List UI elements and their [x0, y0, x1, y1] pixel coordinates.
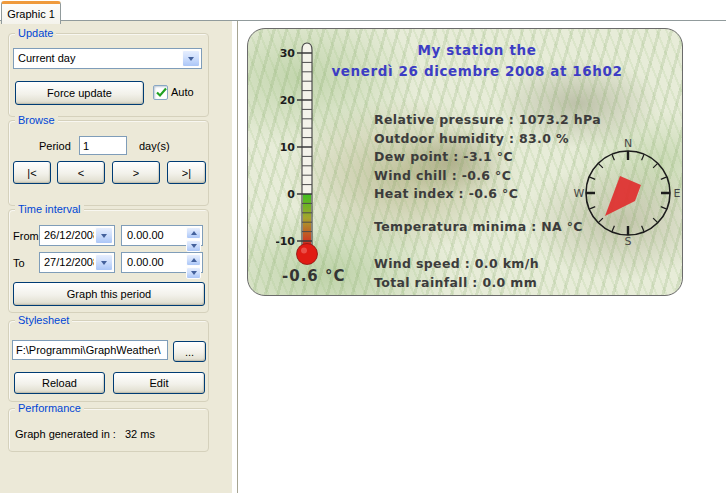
reading-wind-chill: Wind chill : -0.6 °C — [374, 167, 601, 186]
reading-humidity: Outdoor humidity : 83.0 % — [374, 130, 601, 149]
update-mode-select[interactable]: Current day — [13, 48, 202, 69]
nav-last-button[interactable]: >| — [167, 161, 206, 184]
thermometer-gauge: 30 20 10 0 -10 — [276, 37, 352, 289]
auto-checkbox-label[interactable]: Auto — [171, 86, 194, 98]
period-unit-label: day(s) — [139, 140, 170, 152]
compass-needle — [605, 176, 641, 216]
from-label: From — [13, 230, 39, 242]
period-label: Period — [39, 140, 71, 152]
chevron-down-icon[interactable] — [95, 227, 113, 244]
to-time-value: 0.00.00 — [122, 253, 185, 272]
to-time-spinner[interactable]: 0.00.00 — [121, 252, 203, 273]
compass-east-label: E — [674, 187, 681, 200]
compass-north-label: N — [624, 137, 632, 150]
reading-pressure: Relative pressure : 1073.2 hPa — [374, 111, 601, 130]
nav-first-button[interactable]: |< — [13, 161, 51, 184]
period-input[interactable] — [79, 136, 127, 155]
skip-to-end-icon: >| — [182, 167, 191, 179]
spin-up-icon[interactable] — [186, 254, 201, 266]
browse-stylesheet-button[interactable]: ... — [173, 341, 206, 362]
update-group-title: Update — [15, 27, 56, 40]
thermo-tick-minus10: -10 — [276, 235, 295, 248]
compass-west-label: W — [574, 187, 585, 200]
to-label: To — [13, 257, 25, 269]
from-time-value: 0.00.00 — [122, 226, 185, 245]
performance-group-title: Performance — [15, 402, 84, 415]
thermo-tick-0: 0 — [287, 188, 295, 201]
nav-prev-button[interactable]: < — [57, 161, 105, 184]
arrow-right-icon: > — [133, 167, 139, 179]
chevron-down-icon[interactable] — [95, 254, 113, 271]
ellipsis-icon: ... — [185, 346, 194, 358]
compass-south-label: S — [625, 235, 632, 248]
time-interval-group-title: Time interval — [15, 203, 84, 216]
temperature-value: -0.6 °C — [282, 267, 346, 285]
update-group: Update Current day Force update Auto — [8, 33, 209, 117]
update-mode-value: Current day — [14, 49, 181, 68]
tab-bar: Graphic 1 — [0, 0, 726, 21]
performance-group: Performance Graph generated in : 32 ms — [8, 408, 209, 452]
tab-graphic-1[interactable]: Graphic 1 — [1, 1, 61, 24]
from-date-select[interactable]: 26/12/2008 — [39, 225, 115, 246]
control-panel: Update Current day Force update Auto Bro… — [0, 21, 232, 493]
thermo-tick-30: 30 — [280, 47, 296, 60]
readings-bottom-block: Wind speed : 0.0 km/h Total rainfall : 0… — [374, 255, 539, 292]
to-date-select[interactable]: 27/12/2008 — [39, 252, 115, 273]
from-time-spinner[interactable]: 0.00.00 — [121, 225, 203, 246]
reading-heat-index: Heat index : -0.6 °C — [374, 185, 601, 204]
readings-block: Relative pressure : 1073.2 hPa Outdoor h… — [374, 111, 601, 204]
performance-text: Graph generated in : — [15, 428, 116, 440]
tab-label: Graphic 1 — [7, 8, 55, 20]
thermometer-bulb — [297, 244, 318, 265]
from-date-value: 26/12/2008 — [40, 226, 94, 245]
wind-compass: N E S W — [568, 133, 683, 253]
graph-period-button[interactable]: Graph this period — [13, 282, 205, 306]
auto-checkbox[interactable] — [153, 85, 168, 100]
stylesheet-group: Stylesheet ... Reload Edit — [8, 320, 209, 402]
graph-area: My station the venerdì 26 dicembre 2008 … — [239, 21, 726, 493]
spin-down-icon[interactable] — [186, 240, 201, 252]
reading-wind-speed: Wind speed : 0.0 km/h — [374, 255, 539, 274]
panel-splitter[interactable] — [232, 21, 239, 493]
reading-temp-min: Temperatura minima : NA °C — [374, 218, 583, 237]
arrow-left-icon: < — [78, 167, 84, 179]
spin-up-icon[interactable] — [186, 227, 201, 239]
time-interval-group: Time interval From 26/12/2008 0.00.00 To… — [8, 209, 209, 313]
force-update-button[interactable]: Force update — [15, 81, 144, 105]
performance-value: 32 ms — [125, 428, 155, 440]
edit-button[interactable]: Edit — [113, 372, 205, 394]
stylesheet-group-title: Stylesheet — [15, 314, 72, 327]
browse-group: Browse Period day(s) |< < > >| — [8, 120, 209, 206]
weather-card: My station the venerdì 26 dicembre 2008 … — [247, 28, 683, 296]
skip-to-start-icon: |< — [27, 167, 36, 179]
check-icon — [154, 85, 169, 100]
reading-dew-point: Dew point : -3.1 °C — [374, 148, 601, 167]
chevron-down-icon[interactable] — [182, 50, 200, 67]
browse-group-title: Browse — [15, 114, 58, 127]
thermo-tick-10: 10 — [280, 141, 296, 154]
stylesheet-path-input[interactable] — [12, 340, 168, 360]
spin-down-icon[interactable] — [186, 267, 201, 279]
thermo-tick-20: 20 — [280, 94, 296, 107]
reading-rainfall: Total rainfall : 0.0 mm — [374, 274, 539, 293]
to-date-value: 27/12/2008 — [40, 253, 94, 272]
reload-button[interactable]: Reload — [14, 372, 105, 394]
nav-next-button[interactable]: > — [112, 161, 160, 184]
